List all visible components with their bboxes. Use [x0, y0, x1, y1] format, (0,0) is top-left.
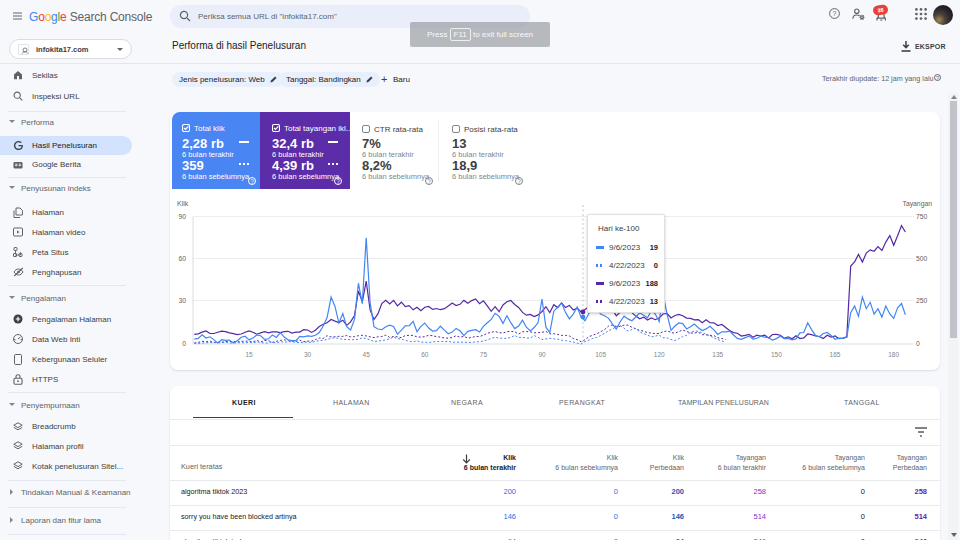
svg-text:180: 180: [888, 351, 899, 358]
svg-text:500: 500: [916, 255, 928, 262]
svg-text:250: 250: [916, 297, 928, 304]
svg-text:60: 60: [421, 351, 429, 358]
svg-text:165: 165: [830, 351, 841, 358]
svg-text:30: 30: [178, 297, 186, 304]
svg-text:750: 750: [916, 213, 928, 220]
svg-text:120: 120: [654, 351, 665, 358]
svg-text:0: 0: [916, 340, 920, 347]
svg-text:30: 30: [304, 351, 312, 358]
svg-text:90: 90: [178, 213, 186, 220]
svg-text:75: 75: [480, 351, 488, 358]
svg-text:0: 0: [182, 340, 186, 347]
svg-text:Klik: Klik: [177, 200, 189, 207]
svg-text:105: 105: [595, 351, 606, 358]
svg-text:60: 60: [178, 255, 186, 262]
svg-text:150: 150: [771, 351, 782, 358]
svg-text:?: ?: [833, 10, 837, 17]
svg-text:135: 135: [712, 351, 723, 358]
svg-text:45: 45: [363, 351, 371, 358]
svg-text:90: 90: [538, 351, 546, 358]
svg-text:Tayangan: Tayangan: [903, 200, 933, 208]
svg-text:15: 15: [245, 351, 253, 358]
